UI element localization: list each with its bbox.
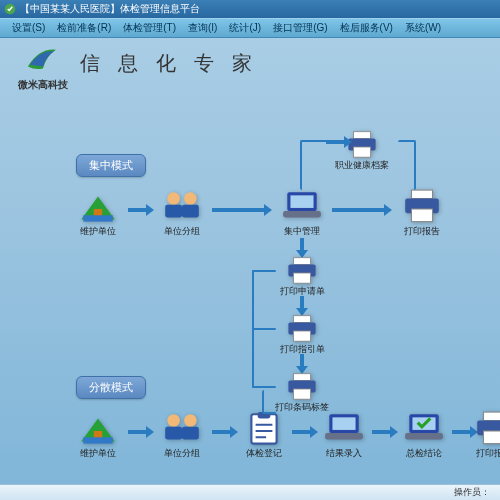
leaf-logo-icon: [22, 44, 60, 74]
svg-rect-12: [412, 209, 433, 222]
menubar: 设置(S) 检前准备(R) 体检管理(T) 查询(I) 统计(J) 接口管理(G…: [0, 18, 500, 38]
svg-rect-9: [283, 211, 321, 217]
node-print-guide[interactable]: 打印指引单: [278, 314, 326, 356]
connector: [252, 270, 276, 272]
brand-caption: 微米高科技: [18, 78, 68, 92]
printer-icon: [401, 188, 443, 224]
mode-distributed-label: 分散模式: [76, 376, 146, 399]
node-central-manage[interactable]: 集中管理: [278, 188, 326, 238]
svg-rect-15: [354, 147, 371, 157]
printer-icon: [285, 256, 319, 284]
enterprise-icon: [77, 188, 119, 224]
svg-rect-13: [354, 131, 371, 138]
node-print-report-d[interactable]: 打印报告: [470, 410, 500, 460]
svg-rect-16: [294, 257, 311, 264]
menu-exam-manage[interactable]: 体检管理(T): [117, 21, 182, 35]
printer-icon: [285, 372, 319, 400]
node-label: 职业健康档案: [335, 159, 389, 172]
node-unit-group-d[interactable]: 单位分组: [158, 410, 206, 460]
status-operator-label: 操作员：: [454, 486, 490, 499]
svg-rect-8: [290, 196, 313, 209]
printer-icon: [285, 314, 319, 342]
node-label: 单位分组: [164, 225, 200, 238]
arrow-icon: [212, 204, 272, 216]
svg-rect-21: [294, 331, 311, 341]
printer-icon: [473, 410, 500, 446]
menu-system[interactable]: 系统(W): [399, 21, 447, 35]
node-result-entry[interactable]: 结果录入: [320, 410, 368, 460]
svg-rect-5: [165, 205, 182, 218]
svg-rect-29: [165, 427, 182, 440]
svg-rect-19: [294, 315, 311, 322]
window-title: 【中国某某人民医院】体检管理信息平台: [20, 2, 200, 16]
svg-rect-38: [405, 433, 443, 439]
node-label: 维护单位: [80, 447, 116, 460]
node-label: 维护单位: [80, 225, 116, 238]
arrow-icon: [128, 426, 154, 438]
laptop-icon: [281, 188, 323, 224]
node-label: 结果录入: [326, 447, 362, 460]
clipboard-icon: [243, 410, 285, 446]
window-titlebar: 【中国某某人民医院】体检管理信息平台: [0, 0, 500, 18]
arrow-icon: [128, 204, 154, 216]
arrow-icon: [212, 426, 238, 438]
arrow-icon: [326, 136, 338, 148]
brand-logo: [22, 44, 60, 74]
connector: [262, 390, 276, 414]
node-label: 单位分组: [164, 447, 200, 460]
svg-rect-35: [325, 433, 363, 439]
arrow-icon: [372, 426, 398, 438]
connector: [398, 140, 416, 190]
svg-rect-6: [182, 205, 199, 218]
app-icon: [4, 3, 16, 15]
laptop-icon: [323, 410, 365, 446]
node-maintain-unit-d[interactable]: 维护单位: [74, 410, 122, 460]
mode-centralized-label: 集中模式: [76, 154, 146, 177]
connector: [252, 328, 276, 330]
svg-point-4: [184, 192, 197, 205]
svg-rect-41: [484, 431, 500, 444]
node-label: 集中管理: [284, 225, 320, 238]
status-bar: 操作员：: [0, 484, 500, 500]
enterprise-icon: [77, 410, 119, 446]
connector: [252, 386, 276, 388]
menu-settings[interactable]: 设置(S): [6, 21, 51, 35]
svg-rect-2: [83, 215, 112, 221]
svg-point-27: [167, 414, 180, 427]
laptop-check-icon: [403, 410, 445, 446]
svg-rect-39: [484, 412, 500, 420]
svg-rect-31: [251, 414, 276, 443]
people-group-icon: [161, 188, 203, 224]
svg-rect-24: [294, 389, 311, 399]
menu-statistics[interactable]: 统计(J): [223, 21, 267, 35]
node-label: 体检登记: [246, 447, 282, 460]
node-print-report-c[interactable]: 打印报告: [398, 188, 446, 238]
svg-rect-22: [294, 373, 311, 380]
menu-postcheck[interactable]: 检后服务(V): [334, 21, 399, 35]
node-label: 总检结论: [406, 447, 442, 460]
node-label: 打印报告: [476, 447, 500, 460]
menu-query[interactable]: 查询(I): [182, 21, 223, 35]
node-print-barcode[interactable]: 打印条码标签: [278, 372, 326, 414]
svg-rect-30: [182, 427, 199, 440]
node-label: 打印报告: [404, 225, 440, 238]
svg-rect-18: [294, 273, 311, 283]
svg-point-3: [167, 192, 180, 205]
arrow-icon: [332, 204, 392, 216]
brand-slogan: 信息化专家: [80, 50, 270, 77]
people-group-icon: [161, 410, 203, 446]
menu-precheck[interactable]: 检前准备(R): [51, 21, 117, 35]
arrow-icon: [292, 426, 318, 438]
svg-rect-34: [332, 418, 355, 431]
node-unit-group-c[interactable]: 单位分组: [158, 188, 206, 238]
node-final-conclusion[interactable]: 总检结论: [400, 410, 448, 460]
svg-rect-10: [412, 190, 433, 198]
svg-point-28: [184, 414, 197, 427]
workflow-canvas: 微米高科技 信息化专家 集中模式 分散模式 维护单位 单位分组 .arrow-r…: [0, 38, 500, 484]
svg-rect-26: [83, 437, 112, 443]
node-exam-register[interactable]: 体检登记: [240, 410, 288, 460]
menu-interface[interactable]: 接口管理(G): [267, 21, 333, 35]
node-maintain-unit-c[interactable]: 维护单位: [74, 188, 122, 238]
node-print-apply[interactable]: 打印申请单: [278, 256, 326, 298]
